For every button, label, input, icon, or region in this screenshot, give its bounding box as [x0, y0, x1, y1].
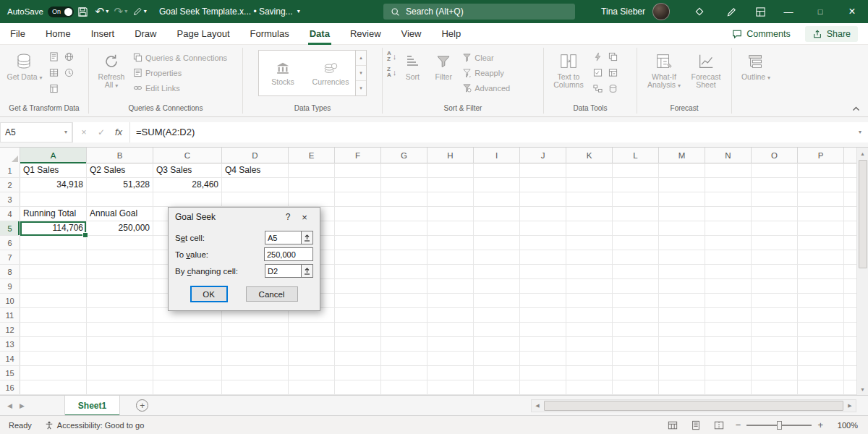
tab-view[interactable]: View: [391, 23, 432, 45]
to-value-input[interactable]: [264, 247, 313, 261]
cell-J2[interactable]: [520, 178, 566, 192]
cell-J6[interactable]: [520, 236, 566, 250]
cell-P14[interactable]: [798, 352, 844, 366]
column-header-H[interactable]: H: [427, 148, 474, 163]
cell-F15[interactable]: [335, 366, 381, 380]
cell-G7[interactable]: [381, 250, 427, 265]
quick-access-pen-button[interactable]: ▾: [130, 0, 149, 23]
cell-O9[interactable]: [752, 279, 798, 294]
minimize-button[interactable]: —: [773, 0, 804, 23]
zoom-percentage[interactable]: 100%: [833, 421, 858, 430]
column-header-B[interactable]: B: [87, 148, 153, 163]
cell-H6[interactable]: [427, 236, 474, 250]
cell-I4[interactable]: [474, 207, 520, 221]
vertical-scrollbar-thumb[interactable]: [859, 160, 867, 268]
cell-E16[interactable]: [289, 380, 335, 395]
cell-H11[interactable]: [427, 308, 474, 323]
cell-O16[interactable]: [752, 380, 798, 395]
data-validation-button[interactable]: [590, 65, 605, 80]
cell-D2[interactable]: [222, 178, 289, 192]
cell-E3[interactable]: [289, 192, 335, 207]
zoom-slider[interactable]: [746, 425, 812, 426]
consolidate-button[interactable]: [605, 65, 620, 80]
cancel-button[interactable]: Cancel: [246, 286, 298, 302]
column-header-P[interactable]: P: [798, 148, 844, 163]
gallery-more-button[interactable]: ▾: [356, 81, 366, 95]
dialog-title-bar[interactable]: Goal Seek ? ×: [169, 208, 320, 226]
reapply-filter-button[interactable]: Reapply: [460, 65, 512, 80]
set-cell-input[interactable]: [265, 231, 302, 244]
cell-L13[interactable]: [613, 337, 659, 352]
next-sheet-button[interactable]: ▶: [20, 402, 25, 409]
from-web-button[interactable]: [61, 49, 76, 64]
cell-H16[interactable]: [427, 380, 474, 395]
formula-input[interactable]: =SUM(A2:D2): [129, 122, 852, 142]
cell-K11[interactable]: [566, 308, 613, 323]
cell-P2[interactable]: [798, 178, 844, 192]
tab-home[interactable]: Home: [35, 23, 81, 45]
cell-I11[interactable]: [474, 308, 520, 323]
cell-P12[interactable]: [798, 323, 844, 337]
ribbon-display-button[interactable]: [751, 0, 770, 23]
row-header-3[interactable]: 3: [0, 192, 20, 206]
cell-B9[interactable]: [87, 279, 153, 294]
cell-F8[interactable]: [335, 265, 381, 279]
user-avatar[interactable]: [652, 3, 670, 20]
cell-M3[interactable]: [659, 192, 705, 207]
scroll-down-button[interactable]: ▼: [857, 383, 868, 395]
cell-F2[interactable]: [335, 178, 381, 192]
cell-K12[interactable]: [566, 323, 613, 337]
column-header-N[interactable]: N: [705, 148, 752, 163]
cell-L12[interactable]: [613, 323, 659, 337]
cell-J10[interactable]: [520, 294, 566, 308]
column-header-O[interactable]: O: [752, 148, 798, 163]
cell-K15[interactable]: [566, 366, 613, 380]
cell-C1[interactable]: Q3 Sales: [153, 163, 222, 178]
cell-F7[interactable]: [335, 250, 381, 265]
cell-I2[interactable]: [474, 178, 520, 192]
cell-K6[interactable]: [566, 236, 613, 250]
zoom-slider-knob[interactable]: [777, 421, 782, 430]
cell-J8[interactable]: [520, 265, 566, 279]
cell-L8[interactable]: [613, 265, 659, 279]
cell-G14[interactable]: [381, 352, 427, 366]
tab-formulas[interactable]: Formulas: [240, 23, 299, 45]
cell-H12[interactable]: [427, 323, 474, 337]
cell-O8[interactable]: [752, 265, 798, 279]
cell-I7[interactable]: [474, 250, 520, 265]
cell-L1[interactable]: [613, 163, 659, 178]
cell-F6[interactable]: [335, 236, 381, 250]
row-header-15[interactable]: 15: [0, 366, 20, 380]
cell-H3[interactable]: [427, 192, 474, 207]
cell-P1[interactable]: [798, 163, 844, 178]
cell-P16[interactable]: [798, 380, 844, 395]
cell-E2[interactable]: [289, 178, 335, 192]
stocks-button[interactable]: Stocks: [259, 51, 307, 95]
cell-G8[interactable]: [381, 265, 427, 279]
cell-G1[interactable]: [381, 163, 427, 178]
cell-G4[interactable]: [381, 207, 427, 221]
insert-function-button[interactable]: fx: [111, 124, 127, 140]
cell-A11[interactable]: [20, 308, 87, 323]
cell-H9[interactable]: [427, 279, 474, 294]
cell-N8[interactable]: [705, 265, 752, 279]
cell-G16[interactable]: [381, 380, 427, 395]
row-header-5[interactable]: 5: [0, 221, 20, 235]
cell-J7[interactable]: [520, 250, 566, 265]
row-header-7[interactable]: 7: [0, 250, 20, 264]
maximize-button[interactable]: □: [804, 0, 836, 23]
cell-L9[interactable]: [613, 279, 659, 294]
cell-N2[interactable]: [705, 178, 752, 192]
cell-B11[interactable]: [87, 308, 153, 323]
cell-J13[interactable]: [520, 337, 566, 352]
filter-button[interactable]: Filter: [428, 48, 459, 81]
cell-A13[interactable]: [20, 337, 87, 352]
cell-N12[interactable]: [705, 323, 752, 337]
cell-A8[interactable]: [20, 265, 87, 279]
cell-N4[interactable]: [705, 207, 752, 221]
cell-P5[interactable]: [798, 221, 844, 236]
cell-N3[interactable]: [705, 192, 752, 207]
gallery-down-button[interactable]: ▾: [356, 66, 366, 81]
cell-B7[interactable]: [87, 250, 153, 265]
cell-I9[interactable]: [474, 279, 520, 294]
